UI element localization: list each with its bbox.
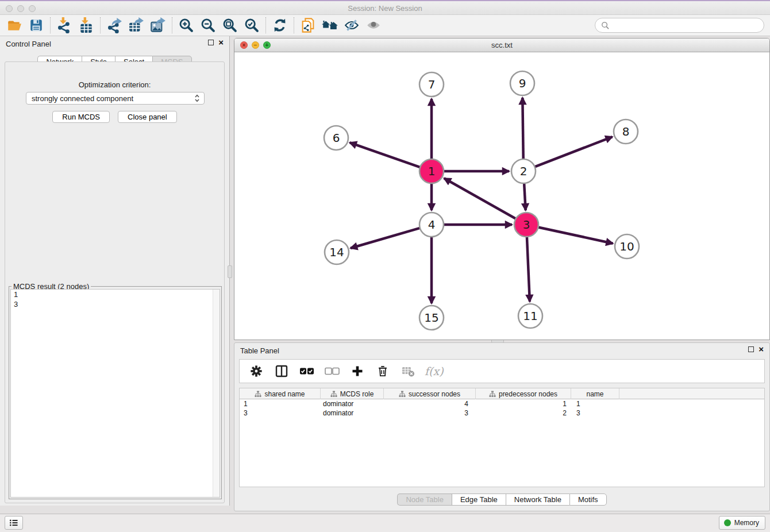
graph-edge-3-1[interactable] [444,178,516,218]
vertical-splitter-grip[interactable] [228,265,232,278]
hide-selected-button[interactable] [341,16,363,34]
import-table-icon [78,17,94,33]
task-list-icon [9,518,19,528]
export-image-button[interactable] [147,16,169,34]
column-visibility-button[interactable] [273,363,290,380]
cell-shared-name[interactable]: 3 [240,408,321,418]
zoom-in-button[interactable] [175,16,197,34]
import-network-button[interactable] [53,16,75,34]
close-panel-button[interactable]: Close panel [118,111,177,123]
cell-name[interactable]: 3 [571,408,619,418]
graph-node-label: 14 [329,245,344,259]
graph-edge-3-11[interactable] [527,237,530,302]
network-window-titlebar[interactable]: × − + scc.txt [234,38,769,52]
table-row[interactable]: 1 dominator 4 1 1 [240,399,764,408]
houses-icon [321,18,338,33]
column-label: shared name [264,390,305,398]
delete-table-button[interactable] [399,363,417,380]
close-panel-icon[interactable]: × [759,345,764,353]
deselect-all-button[interactable] [324,363,341,380]
tab-network-table[interactable]: Network Table [506,494,569,506]
show-all-button[interactable] [363,16,384,34]
float-panel-icon[interactable] [208,40,214,45]
network-canvas[interactable]: 7968124314101511 [234,52,769,340]
delete-column-button[interactable] [374,363,391,380]
columns-icon [275,364,288,378]
cell-mcds-role[interactable]: dominator [321,408,384,418]
application-window: Session: New Session [0,0,770,532]
control-panel-header: Control Panel × [0,36,229,51]
graph-node-label: 8 [622,125,630,138]
cell-predecessor-nodes[interactable]: 1 [476,399,571,408]
toolbar-separator [265,17,266,33]
column-header-mcds-role[interactable]: MCDS role [321,388,384,399]
save-session-button[interactable] [25,16,47,34]
run-mcds-button[interactable]: Run MCDS [52,111,110,123]
zoom-fit-icon [222,17,238,33]
zoom-selected-button[interactable] [241,16,263,34]
zoom-selected-icon [244,17,260,33]
column-label: predecessor nodes [499,390,557,398]
cell-successor-nodes[interactable]: 4 [384,399,476,408]
float-panel-icon[interactable] [748,346,754,352]
zoom-out-icon [200,17,216,33]
import-table-button[interactable] [75,16,97,34]
search-icon [601,21,610,30]
graph-edge-2-3[interactable] [524,183,526,210]
column-header-name[interactable]: name [571,388,619,399]
cell-name[interactable]: 1 [571,399,619,408]
show-task-history-button[interactable] [5,516,23,530]
toolbar-separator [100,17,101,33]
import-network-icon [56,17,72,33]
function-builder-button[interactable]: f(x) [425,365,444,377]
network-documents-icon [300,17,316,33]
cell-predecessor-nodes[interactable]: 2 [476,408,571,418]
graph-edge-1-6[interactable] [350,142,421,167]
result-line: 3 [11,299,220,309]
control-panel-title: Control Panel [6,40,51,48]
graph-node-label: 11 [523,309,537,323]
optimization-criterion-select[interactable]: strongly connected component [26,92,205,105]
graph-edge-2-9[interactable] [522,98,523,159]
table-settings-button[interactable] [248,363,265,380]
column-header-predecessor-nodes[interactable]: predecessor nodes [476,388,571,399]
graph-edge-2-8[interactable] [535,137,613,167]
refresh-view-button[interactable] [269,16,291,34]
zoom-in-icon [178,17,194,33]
tab-motifs[interactable]: Motifs [569,494,607,506]
result-scrollbar[interactable] [213,290,220,497]
tab-node-table[interactable]: Node Table [397,494,452,506]
zoom-out-button[interactable] [197,16,219,34]
memory-button[interactable]: Memory [719,516,765,530]
mcds-result-list[interactable]: 1 3 [10,289,220,498]
cell-mcds-role[interactable]: dominator [321,399,384,408]
search-input[interactable] [613,21,758,30]
table-header-row: shared name MCDS role successor nodes pr… [240,388,764,399]
node-table: shared name MCDS role successor nodes pr… [239,388,765,487]
graph-node-label: 6 [333,131,340,145]
cell-shared-name[interactable]: 1 [240,399,321,408]
hierarchy-icon [330,391,337,398]
column-header-successor-nodes[interactable]: successor nodes [384,388,476,399]
add-column-button[interactable] [349,363,366,380]
select-all-button[interactable] [298,363,315,380]
column-header-shared-name[interactable]: shared name [240,388,321,399]
export-network-button[interactable] [103,16,125,34]
graph-node-label: 3 [523,218,530,232]
graph-node-label: 10 [619,240,634,253]
graph-edge-4-14[interactable] [351,228,420,248]
open-file-button[interactable] [3,16,25,34]
zoom-fit-button[interactable] [219,16,241,34]
clone-network-button[interactable] [297,16,319,34]
cell-successor-nodes[interactable]: 3 [384,408,476,418]
graph-node-label: 4 [428,218,436,232]
tab-edge-table[interactable]: Edge Table [452,494,506,506]
close-panel-icon[interactable]: × [218,38,224,47]
export-table-button[interactable] [125,16,147,34]
home-button[interactable] [319,16,341,34]
unchecked-boxes-icon [325,367,340,375]
hierarchy-icon [399,391,406,398]
table-row[interactable]: 3 dominator 3 2 3 [240,408,764,418]
mcds-tab-content: Optimization criterion: strongly connect… [5,61,225,503]
graph-edge-3-10[interactable] [538,227,613,243]
